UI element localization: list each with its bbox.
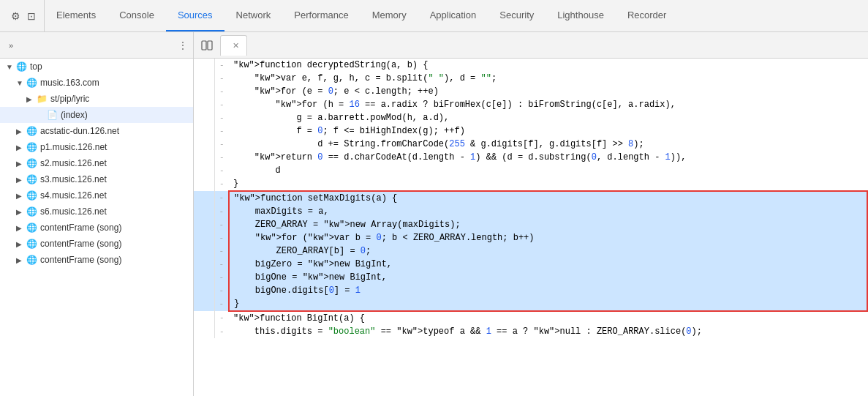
toolbar-tab-performance[interactable]: Performance	[282, 0, 360, 31]
code-content[interactable]: "kw">function setMaxDigits(a) {	[229, 191, 867, 205]
code-content[interactable]: }	[229, 297, 867, 311]
tree-arrow-contentFrame3: ▶	[16, 256, 26, 264]
code-content[interactable]: bigOne = "kw">new BigInt,	[229, 271, 867, 284]
sidebar-item-contentFrame3[interactable]: ▶🌐contentFrame (song)	[0, 252, 193, 268]
tree-label-s6music: s6.music.126.net	[40, 206, 107, 217]
file-tab-close[interactable]: ✕	[233, 41, 239, 51]
code-content[interactable]: bigOne.digits[0] = 1	[229, 284, 867, 297]
tree-icon-top: 🌐	[16, 61, 27, 72]
sidebar-item-music163[interactable]: ▼🌐music.163.com	[0, 75, 193, 91]
tree-arrow-s2music: ▶	[16, 160, 26, 168]
tree-icon-s3music: 🌐	[26, 174, 37, 184]
sidebar-item-contentFrame1[interactable]: ▶🌐contentFrame (song)	[0, 220, 193, 236]
toolbar-tab-memory[interactable]: Memory	[361, 0, 418, 31]
line-number	[194, 177, 214, 191]
toolbar-tab-network[interactable]: Network	[224, 0, 283, 31]
sidebar-item-s6music[interactable]: ▶🌐s6.music.126.net	[0, 203, 193, 220]
code-content[interactable]: "kw">for ("kw">var b = 0; b < ZERO_ARRAY…	[229, 231, 867, 244]
code-line: -"kw">function decryptedString(a, b) {	[194, 59, 867, 72]
code-line: -"kw">function BigInt(a) {	[194, 311, 867, 325]
code-content[interactable]: "kw">return 0 == d.charCodeAt(d.length -…	[229, 151, 867, 164]
toolbar-tab-console[interactable]: Console	[107, 0, 166, 31]
line-dash: -	[214, 59, 229, 72]
code-line: - bigZero = "kw">new BigInt,	[194, 258, 867, 271]
sidebar-item-s3music[interactable]: ▶🌐s3.music.126.net	[0, 171, 193, 187]
tree-arrow-contentFrame1: ▶	[16, 224, 26, 232]
sidebar-item-acstatic[interactable]: ▶🌐acstatic-dun.126.net	[0, 123, 193, 139]
sidebar-toggle-content[interactable]	[197, 35, 217, 56]
code-content[interactable]: }	[229, 177, 867, 191]
sidebar-header: » ⋮	[0, 32, 193, 59]
tree-arrow-contentFrame2: ▶	[16, 240, 26, 248]
sidebar-item-s2music[interactable]: ▶🌐s2.music.126.net	[0, 155, 193, 171]
code-line: - "kw">for (h = 16 == a.radix ? biFromHe…	[194, 98, 867, 111]
line-dash: -	[214, 164, 229, 177]
line-dash: -	[214, 297, 229, 311]
code-content[interactable]: ZERO_ARRAY = "kw">new Array(maxDigits);	[229, 218, 867, 231]
tree-icon-contentFrame2: 🌐	[26, 239, 37, 249]
code-line: -}	[194, 297, 867, 311]
line-dash: -	[214, 177, 229, 191]
toolbar-tab-elements[interactable]: Elements	[45, 0, 107, 31]
line-number	[194, 151, 214, 164]
code-content[interactable]: d	[229, 164, 867, 177]
toolbar-icons: ⚙ ⊡	[3, 0, 45, 31]
sidebar-header-left: »	[6, 41, 13, 50]
file-tabs-bar: ✕	[194, 32, 868, 59]
toolbar-tab-application[interactable]: Application	[418, 0, 488, 31]
sidebar-options-icon[interactable]: ⋮	[178, 40, 187, 51]
line-number	[194, 124, 214, 138]
sidebar-tree: ▼🌐top▼🌐music.163.com▶📁st/pip/lyric📄(inde…	[0, 59, 193, 396]
code-editor[interactable]: -"kw">function decryptedString(a, b) {- …	[194, 59, 868, 396]
code-line: - g = a.barrett.powMod(h, a.d),	[194, 111, 867, 124]
sidebar-item-top[interactable]: ▼🌐top	[0, 59, 193, 75]
code-content[interactable]: maxDigits = a,	[229, 205, 867, 218]
sidebar-item-s4music[interactable]: ▶🌐s4.music.126.net	[0, 187, 193, 203]
code-line: - d += String.fromCharCode(255 & g.digit…	[194, 138, 867, 151]
sidebar-item-st_pip_lyric[interactable]: ▶📁st/pip/lyric	[0, 91, 193, 107]
code-content[interactable]: "kw">function decryptedString(a, b) {	[229, 59, 867, 72]
code-content[interactable]: this.digits = "boolean" == "kw">typeof a…	[229, 325, 867, 338]
toolbar-tab-security[interactable]: Security	[488, 0, 546, 31]
code-content[interactable]: "kw">var e, f, g, h, c = b.split(" "), d…	[229, 72, 867, 85]
code-line: - "kw">var e, f, g, h, c = b.split(" "),…	[194, 72, 867, 85]
code-content[interactable]: f = 0; f <= biHighIndex(g); ++f)	[229, 124, 867, 138]
tree-label-contentFrame2: contentFrame (song)	[40, 239, 121, 249]
sidebar: » ⋮ ▼🌐top▼🌐music.163.com▶📁st/pip/lyric📄(…	[0, 32, 194, 396]
line-dash: -	[214, 205, 229, 218]
toolbar-tab-recorder[interactable]: Recorder	[616, 0, 678, 31]
code-content[interactable]: "kw">for (h = 16 == a.radix ? biFromHex(…	[229, 98, 867, 111]
code-content[interactable]: "kw">function BigInt(a) {	[229, 311, 867, 325]
toolbar-tabs: ElementsConsoleSourcesNetworkPerformance…	[45, 0, 865, 31]
line-dash: -	[214, 85, 229, 98]
sidebar-item-index[interactable]: 📄(index)	[0, 107, 193, 123]
tree-arrow-acstatic: ▶	[16, 127, 26, 135]
tree-label-s2music: s2.music.126.net	[40, 158, 107, 168]
code-content[interactable]: "kw">for (e = 0; e < c.length; ++e)	[229, 85, 867, 98]
toolbar-tab-lighthouse[interactable]: Lighthouse	[546, 0, 616, 31]
toolbar-tab-sources[interactable]: Sources	[166, 0, 224, 31]
tree-label-s4music: s4.music.126.net	[40, 190, 107, 201]
sidebar-item-p1music[interactable]: ▶🌐p1.music.126.net	[0, 139, 193, 155]
tree-arrow-s4music: ▶	[16, 192, 26, 200]
tree-label-s3music: s3.music.126.net	[40, 174, 107, 184]
devtools-icon-1[interactable]: ⚙	[9, 10, 22, 23]
code-content[interactable]: bigZero = "kw">new BigInt,	[229, 258, 867, 271]
page-chevron[interactable]: »	[9, 41, 13, 50]
code-line: - ZERO_ARRAY = "kw">new Array(maxDigits)…	[194, 218, 867, 231]
code-line: -}	[194, 177, 867, 191]
code-content[interactable]: d += String.fromCharCode(255 & g.digits[…	[229, 138, 867, 151]
code-content[interactable]: g = a.barrett.powMod(h, a.d),	[229, 111, 867, 124]
devtools-icon-2[interactable]: ⊡	[25, 10, 38, 23]
line-number	[194, 218, 214, 231]
line-dash: -	[214, 325, 229, 338]
line-number	[194, 205, 214, 218]
line-dash: -	[214, 244, 229, 258]
tree-icon-index: 📄	[47, 110, 58, 120]
tree-arrow-st_pip_lyric: ▶	[26, 95, 37, 103]
code-content[interactable]: ZERO_ARRAY[b] = 0;	[229, 244, 867, 258]
sidebar-item-contentFrame2[interactable]: ▶🌐contentFrame (song)	[0, 236, 193, 252]
file-tab[interactable]: ✕	[220, 35, 247, 56]
tree-icon-music163: 🌐	[26, 78, 37, 88]
line-number	[194, 258, 214, 271]
